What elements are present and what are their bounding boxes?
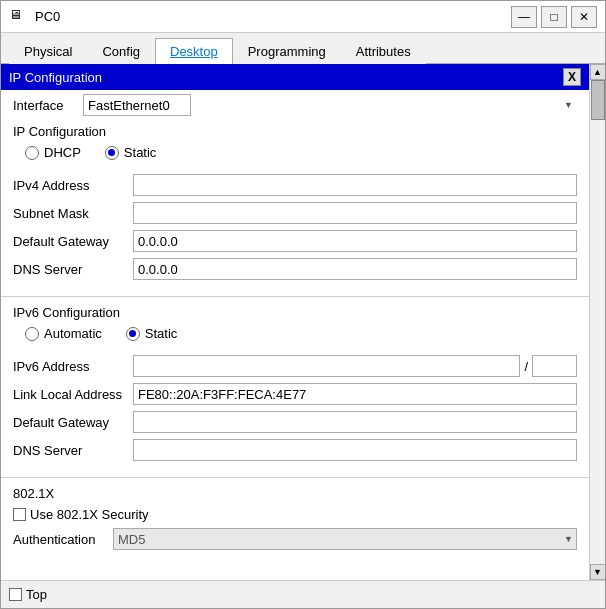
dhcp-radio-circle [25, 146, 39, 160]
ipv6-address-input[interactable] [133, 355, 520, 377]
use-security-label: Use 802.1X Security [30, 507, 149, 522]
ipv6-dns-row: DNS Server [13, 439, 577, 461]
ipv4-address-input[interactable] [133, 174, 577, 196]
ipv6-section-title: IPv6 Configuration [1, 301, 589, 322]
auth-select[interactable]: MD5 [113, 528, 577, 550]
top-label: Top [26, 587, 47, 602]
tab-bar: Physical Config Desktop Programming Attr… [1, 33, 605, 64]
subnet-mask-input[interactable] [133, 202, 577, 224]
dns-server-label: DNS Server [13, 262, 133, 277]
ipv4-address-row: IPv4 Address [13, 174, 577, 196]
scroll-thumb[interactable] [591, 80, 605, 120]
use-security-checkbox[interactable] [13, 508, 26, 521]
ipv6-radio-group: Automatic Static [1, 322, 589, 345]
ipv6-dns-input[interactable] [133, 439, 577, 461]
scroll-up-button[interactable]: ▲ [590, 64, 606, 80]
window-close-button[interactable]: ✕ [571, 6, 597, 28]
auto-radio[interactable]: Automatic [25, 326, 102, 341]
auto-radio-circle [25, 327, 39, 341]
static-radio[interactable]: Static [105, 145, 157, 160]
interface-select-wrapper: FastEthernet0 [83, 94, 577, 116]
interface-row: Interface FastEthernet0 [1, 90, 589, 120]
ipv6-address-label: IPv6 Address [13, 359, 133, 374]
ipv6-dns-label: DNS Server [13, 443, 133, 458]
ipv4-radio-group: DHCP Static [1, 141, 589, 164]
main-scroll-content: IP Configuration X Interface FastEtherne… [1, 64, 589, 580]
window-title: PC0 [35, 9, 511, 24]
ipv4-section-title: IP Configuration [1, 120, 589, 141]
ipv6-gateway-label: Default Gateway [13, 415, 133, 430]
dns-server-input[interactable] [133, 258, 577, 280]
auth-select-wrapper: MD5 [113, 528, 577, 550]
tab-config[interactable]: Config [87, 38, 155, 64]
ipv6-static-radio-circle [126, 327, 140, 341]
top-checkbox-label[interactable]: Top [9, 587, 47, 602]
interface-select[interactable]: FastEthernet0 [83, 94, 191, 116]
section-divider-1 [1, 296, 589, 297]
bottom-bar: Top [1, 580, 605, 608]
ip-config-header: IP Configuration X [1, 64, 589, 90]
default-gateway-input[interactable] [133, 230, 577, 252]
link-local-input[interactable] [133, 383, 577, 405]
dhcp-label: DHCP [44, 145, 81, 160]
ipv6-prefix-input[interactable] [532, 355, 577, 377]
ipv4-address-label: IPv4 Address [13, 178, 133, 193]
link-local-label: Link Local Address [13, 387, 133, 402]
title-bar: 🖥 PC0 — □ ✕ [1, 1, 605, 33]
use-security-checkbox-label[interactable]: Use 802.1X Security [13, 507, 577, 522]
ip-config-close-button[interactable]: X [563, 68, 581, 86]
scrollbar: ▲ ▼ [589, 64, 605, 580]
tab-attributes[interactable]: Attributes [341, 38, 426, 64]
ipv4-form: IPv4 Address Subnet Mask Default Gateway… [1, 168, 589, 292]
ipv6-gateway-row: Default Gateway [13, 411, 577, 433]
ipv6-slash: / [524, 359, 528, 374]
default-gateway-row: Default Gateway [13, 230, 577, 252]
dot1x-checkbox-row: Use 802.1X Security [1, 503, 589, 526]
minimize-button[interactable]: — [511, 6, 537, 28]
main-window: 🖥 PC0 — □ ✕ Physical Config Desktop Prog… [0, 0, 606, 609]
ipv6-address-inputs: / [133, 355, 577, 377]
authentication-row: Authentication MD5 [1, 526, 589, 552]
top-checkbox[interactable] [9, 588, 22, 601]
tab-programming[interactable]: Programming [233, 38, 341, 64]
auth-label: Authentication [13, 532, 113, 547]
dns-server-row: DNS Server [13, 258, 577, 280]
interface-label: Interface [13, 98, 83, 113]
app-icon: 🖥 [9, 7, 29, 27]
maximize-button[interactable]: □ [541, 6, 567, 28]
scroll-track [591, 80, 605, 564]
dhcp-radio[interactable]: DHCP [25, 145, 81, 160]
tab-desktop[interactable]: Desktop [155, 38, 233, 64]
ipv6-static-radio[interactable]: Static [126, 326, 178, 341]
content-area: IP Configuration X Interface FastEtherne… [1, 64, 605, 580]
default-gateway-label: Default Gateway [13, 234, 133, 249]
ipv6-static-label: Static [145, 326, 178, 341]
tab-physical[interactable]: Physical [9, 38, 87, 64]
ipv6-gateway-input[interactable] [133, 411, 577, 433]
dot1x-section-title: 802.1X [1, 482, 589, 503]
static-radio-circle [105, 146, 119, 160]
subnet-mask-label: Subnet Mask [13, 206, 133, 221]
title-bar-controls: — □ ✕ [511, 6, 597, 28]
static-label: Static [124, 145, 157, 160]
scroll-down-button[interactable]: ▼ [590, 564, 606, 580]
subnet-mask-row: Subnet Mask [13, 202, 577, 224]
link-local-row: Link Local Address [13, 383, 577, 405]
ipv6-address-row: IPv6 Address / [13, 355, 577, 377]
ipv6-form: IPv6 Address / Link Local Address Defaul… [1, 349, 589, 473]
auto-label: Automatic [44, 326, 102, 341]
ip-config-title: IP Configuration [9, 70, 102, 85]
section-divider-2 [1, 477, 589, 478]
